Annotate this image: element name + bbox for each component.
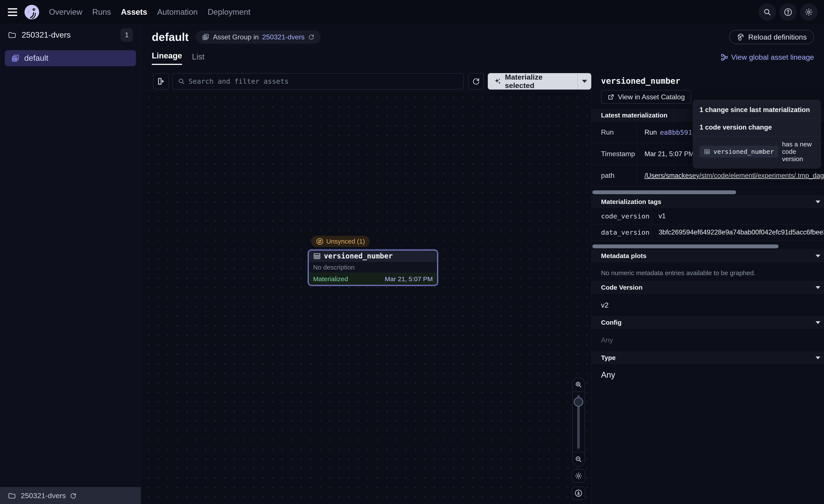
external-link-icon (608, 94, 614, 100)
lineage-canvas[interactable]: Unsynced (1) versioned_number No descrip… (141, 91, 591, 504)
help-icon[interactable] (780, 3, 797, 21)
nav-overview[interactable]: Overview (49, 8, 82, 17)
chevron-down-icon (582, 80, 587, 83)
horizontal-scrollbar[interactable] (592, 244, 779, 248)
asset-chip-label: versioned_number (713, 148, 774, 155)
materialize-selected-button-group: Materialize selected (488, 73, 591, 90)
sidebar-group-250321-dvers[interactable]: 250321-dvers 1 (0, 24, 141, 46)
asset-node-header: versioned_number (309, 250, 437, 262)
zoom-out-button[interactable] (573, 452, 584, 466)
sidebar-footer-code-location[interactable]: 250321-dvers (0, 487, 141, 504)
gear-icon[interactable] (800, 3, 818, 21)
refresh-icon[interactable] (70, 492, 77, 499)
page-header: default Asset Group in 250321-dvers (141, 24, 824, 72)
asset-node-versioned-number[interactable]: versioned_number No description Material… (308, 250, 438, 285)
reload-definitions-button[interactable]: Reload definitions (729, 30, 814, 44)
horizontal-scrollbar[interactable] (592, 191, 736, 194)
table-icon (704, 148, 710, 155)
section-label: Materialization tags (601, 198, 661, 206)
asset-group-icon (11, 54, 19, 62)
sidebar-group-label: 250321-dvers (22, 30, 71, 39)
view-in-asset-catalog-label: View in Asset Catalog (618, 93, 685, 101)
chevron-down-icon (816, 357, 820, 359)
tag-key: code_version (592, 208, 651, 224)
asset-group-badge-link[interactable]: 250321-dvers (262, 33, 305, 41)
path-link[interactable]: /Users/smackesey/stm/code/elementl/exper… (644, 172, 824, 179)
refresh-graph-button[interactable] (468, 73, 484, 90)
changes-popover: 1 change since last materialization 1 co… (693, 100, 821, 168)
popover-title: 1 change since last materialization (693, 100, 821, 119)
materialize-dropdown-button[interactable] (578, 73, 591, 90)
nav-automation[interactable]: Automation (157, 8, 198, 17)
row-run-label: Run (592, 122, 637, 143)
section-label: Latest materialization (601, 112, 667, 119)
tag-key: data_version (592, 224, 651, 240)
section-config[interactable]: Config (592, 317, 824, 329)
asset-chip-versioned-number[interactable]: versioned_number (700, 146, 778, 157)
popover-change-row: versioned_number has a new code version (693, 136, 821, 168)
tag-value: v1 (651, 208, 824, 224)
zoom-controls (572, 377, 585, 467)
zoom-slider[interactable] (573, 392, 584, 452)
dagster-app: Overview Runs Assets Automation Deployme… (0, 0, 824, 504)
download-icon (575, 489, 583, 497)
view-in-asset-catalog-button[interactable]: View in Asset Catalog (601, 90, 691, 104)
tab-list[interactable]: List (192, 52, 205, 65)
page-title: default (152, 30, 189, 43)
asset-node-timestamp: Mar 21, 5:07 PM (385, 275, 433, 283)
download-image-button[interactable] (572, 487, 585, 500)
section-code-version[interactable]: Code Version (592, 281, 824, 293)
zoom-in-icon (575, 381, 583, 388)
refresh-icon[interactable] (308, 34, 315, 40)
panel-expand-icon (157, 77, 166, 86)
panel-asset-title: versioned_number (601, 76, 680, 86)
metadata-empty-text: No numeric metadata entries available to… (601, 269, 755, 277)
section-materialization-tags[interactable]: Materialization tags (592, 196, 824, 208)
toggle-sidebar-button[interactable] (153, 73, 169, 90)
asset-group-badge[interactable]: Asset Group in 250321-dvers (196, 30, 320, 44)
nav-deployment[interactable]: Deployment (208, 8, 250, 17)
popover-change-text: has a new code version (782, 141, 814, 163)
asset-node-title: versioned_number (324, 252, 393, 260)
run-prefix: Run (644, 128, 657, 136)
sidebar-group-count-badge: 1 (121, 28, 133, 42)
chevron-down-icon (816, 201, 820, 203)
folder-icon (8, 492, 16, 500)
materialize-selected-button[interactable]: Materialize selected (488, 73, 578, 90)
sync-status-icon (316, 238, 324, 245)
chevron-down-icon (816, 321, 820, 324)
view-global-asset-lineage-link[interactable]: View global asset lineage (721, 53, 814, 65)
unsynced-badge[interactable]: Unsynced (1) (311, 236, 370, 247)
dagster-logo-icon[interactable] (23, 4, 40, 20)
chevron-down-icon (816, 255, 820, 257)
zoom-slider-knob[interactable] (574, 397, 583, 407)
asset-node-description: No description (309, 262, 437, 273)
section-type[interactable]: Type (592, 352, 824, 364)
search-icon[interactable] (758, 3, 776, 21)
sparkle-icon (494, 78, 501, 85)
view-global-asset-lineage-label: View global asset lineage (731, 53, 814, 61)
gear-icon (575, 472, 583, 480)
hamburger-menu-icon[interactable] (8, 8, 17, 16)
zoom-in-button[interactable] (573, 378, 584, 392)
timestamp-value: Mar 21, 5:07 PM (644, 150, 694, 158)
topnav-actions (758, 3, 818, 21)
refresh-icon (472, 77, 480, 86)
graph-settings-button[interactable] (572, 469, 585, 483)
search-input[interactable] (189, 77, 458, 86)
top-nav: Overview Runs Assets Automation Deployme… (0, 0, 824, 24)
run-id-link[interactable]: ea8bb591 (660, 128, 692, 136)
section-label: Type (601, 354, 616, 361)
config-value: Any (601, 336, 613, 344)
materialize-selected-label: Materialize selected (505, 73, 571, 90)
row-code-version-tag: code_version v1 (592, 208, 824, 224)
sidebar-item-default[interactable]: default (5, 50, 136, 66)
folder-icon (8, 31, 16, 39)
nav-runs[interactable]: Runs (92, 8, 111, 17)
tab-lineage[interactable]: Lineage (152, 51, 182, 65)
section-label: Code Version (601, 284, 642, 291)
section-metadata-plots[interactable]: Metadata plots (592, 250, 824, 262)
search-icon (178, 78, 185, 85)
type-value: Any (601, 370, 615, 380)
nav-assets[interactable]: Assets (121, 8, 147, 17)
